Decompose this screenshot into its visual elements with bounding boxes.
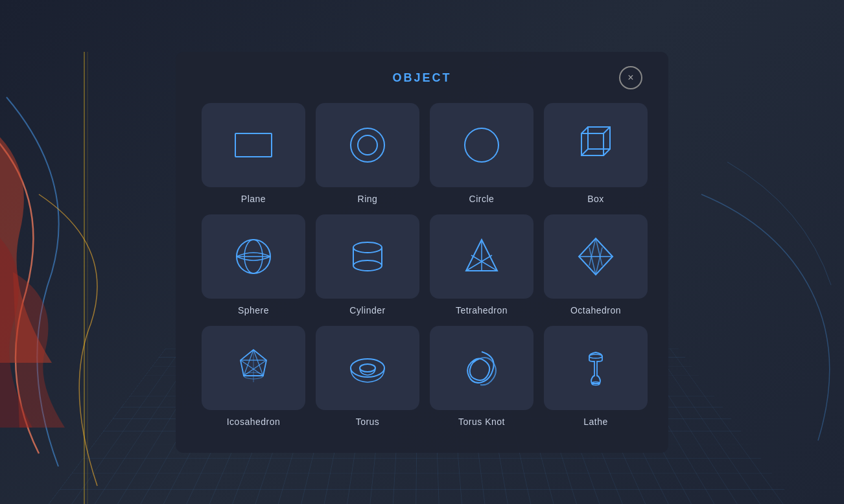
object-item-ring[interactable]: Ring — [316, 103, 419, 204]
svg-line-11 — [581, 149, 588, 155]
object-label-lathe: Lathe — [583, 417, 608, 427]
svg-point-3 — [351, 128, 384, 162]
object-label-sphere: Sphere — [238, 305, 269, 315]
object-item-plane[interactable]: Plane — [202, 103, 305, 204]
svg-rect-2 — [235, 133, 272, 157]
svg-point-37 — [351, 359, 384, 377]
object-icon-sphere — [202, 214, 305, 299]
object-item-cylinder[interactable]: Cylinder — [316, 214, 419, 315]
svg-point-38 — [360, 364, 375, 372]
svg-point-16 — [353, 260, 382, 271]
object-label-torus-knot: Torus Knot — [458, 417, 505, 427]
object-label-tetrahedron: Tetrahedron — [456, 305, 508, 315]
object-item-octahedron[interactable]: Octahedron — [544, 214, 648, 315]
object-label-plane: Plane — [241, 194, 266, 204]
svg-point-5 — [465, 128, 498, 162]
svg-point-4 — [358, 135, 377, 155]
close-icon: × — [627, 73, 633, 83]
objects-grid: Plane Ring Circle Box Sphere Cylinder Te… — [202, 103, 642, 427]
object-icon-icosahedron — [202, 326, 305, 410]
object-item-lathe[interactable]: Lathe — [544, 326, 648, 427]
object-icon-circle — [430, 103, 533, 187]
object-label-octahedron: Octahedron — [570, 305, 621, 315]
object-label-cylinder: Cylinder — [349, 305, 385, 315]
object-icon-torus-knot — [430, 326, 533, 410]
object-label-torus: Torus — [356, 417, 380, 427]
object-item-tetrahedron[interactable]: Tetrahedron — [430, 214, 533, 315]
object-item-sphere[interactable]: Sphere — [202, 214, 305, 315]
object-label-box: Box — [587, 194, 604, 204]
object-item-torus-knot[interactable]: Torus Knot — [430, 326, 533, 427]
modal-overlay: OBJECT × Plane Ring Circle Box Sphere Cy… — [0, 0, 844, 504]
object-item-icosahedron[interactable]: Icosahedron — [202, 326, 305, 427]
object-icon-cylinder — [316, 214, 419, 299]
object-label-ring: Ring — [358, 194, 378, 204]
modal-header: OBJECT × — [202, 71, 642, 85]
object-item-circle[interactable]: Circle — [430, 103, 533, 204]
svg-point-39 — [589, 354, 602, 358]
svg-line-9 — [604, 127, 610, 133]
close-button[interactable]: × — [619, 66, 642, 89]
object-icon-ring — [316, 103, 419, 187]
object-icon-plane — [202, 103, 305, 187]
object-modal: OBJECT × Plane Ring Circle Box Sphere Cy… — [176, 52, 668, 453]
svg-line-10 — [604, 149, 610, 155]
object-label-circle: Circle — [469, 194, 495, 204]
object-item-box[interactable]: Box — [544, 103, 648, 204]
object-icon-octahedron — [544, 214, 648, 299]
object-icon-box — [544, 103, 648, 187]
svg-point-15 — [353, 242, 382, 253]
object-label-icosahedron: Icosahedron — [227, 417, 281, 427]
object-icon-torus — [316, 326, 419, 410]
object-item-torus[interactable]: Torus — [316, 326, 419, 427]
svg-line-8 — [581, 127, 588, 133]
modal-title: OBJECT — [392, 71, 451, 85]
object-icon-tetrahedron — [430, 214, 533, 299]
object-icon-lathe — [544, 326, 648, 410]
